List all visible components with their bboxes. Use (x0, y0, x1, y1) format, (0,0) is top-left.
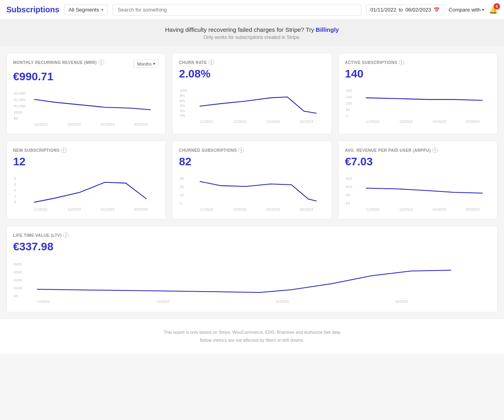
svg-text:02/2023: 02/2023 (134, 207, 147, 211)
svg-text:02/2023: 02/2023 (134, 122, 147, 126)
svg-text:12/2022: 12/2022 (399, 207, 413, 211)
svg-text:12/2022: 12/2022 (67, 207, 81, 211)
svg-text:11/2022: 11/2022 (366, 207, 379, 211)
ltv-label: LIFE TIME VALUE (LTV) i (13, 232, 69, 238)
svg-text:2: 2 (14, 194, 16, 198)
mrr-chart-svg: €2,000 €1,500 €1,000 €500 €0 11/2022 12/… (13, 88, 159, 128)
svg-text:02/2023: 02/2023 (395, 300, 409, 304)
compare-button[interactable]: Compare with ▾ (449, 7, 484, 13)
metrics-row-2: NEW SUBSCRIPTIONS i 12 8 6 4 2 0 11/2022… (6, 141, 498, 219)
mrr-value: €990.71 (13, 70, 159, 83)
arppu-header: AVG. REVENUE PER PAID USER (ARPPU) i (345, 147, 491, 153)
ltv-chart-svg: €400 €300 €200 €100 €0 11/2022 12/2022 0… (13, 258, 491, 306)
svg-text:€2,000: €2,000 (14, 91, 25, 95)
svg-text:12/2022: 12/2022 (67, 122, 81, 126)
arppu-label: AVG. REVENUE PER PAID USER (ARPPU) i (345, 147, 438, 153)
svg-text:200: 200 (346, 88, 352, 93)
svg-text:€1,500: €1,500 (14, 97, 25, 102)
churn-chart: 10% 8% 6% 4% 2% 0% 11/2022 12/2022 01/20… (179, 85, 325, 125)
mrr-card-header: MONTHLY RECURRING REVENUE (MRR) i Months… (13, 60, 159, 68)
active-subs-header: ACTIVE SUBSCRIPTIONS i (345, 60, 491, 65)
svg-text:€400: €400 (14, 262, 22, 266)
churn-info-icon[interactable]: i (209, 60, 214, 65)
svg-text:11/2022: 11/2022 (34, 207, 47, 211)
active-subs-info-icon[interactable]: i (399, 60, 404, 65)
svg-text:12/2022: 12/2022 (157, 300, 170, 304)
ltv-info-icon[interactable]: i (63, 232, 69, 238)
svg-text:€15: €15 (346, 176, 352, 180)
churned-subs-header: CHURNED SUBSCRIPTIONS i (179, 147, 325, 153)
new-subs-label: NEW SUBSCRIPTIONS i (13, 147, 67, 153)
churned-subs-chart: 30 20 10 0 11/2022 12/2022 01/2023 02/20… (179, 173, 325, 213)
segment-dropdown[interactable]: All Segments ▾ (64, 4, 108, 15)
date-range-picker[interactable]: 01/11/2022 to 06/02/2023 📅 (366, 4, 444, 15)
main-content: MONTHLY RECURRING REVENUE (MRR) i Months… (0, 46, 504, 319)
svg-text:10%: 10% (180, 88, 187, 93)
new-subs-chart: 8 6 4 2 0 11/2022 12/2022 01/2023 02/202… (13, 173, 159, 213)
active-subs-label: ACTIVE SUBSCRIPTIONS i (345, 60, 405, 65)
banner-text: Having difficulty recovering failed char… (6, 26, 498, 33)
months-button[interactable]: Months ▾ (134, 60, 159, 68)
churned-subs-info-icon[interactable]: i (238, 147, 244, 153)
svg-text:02/2023: 02/2023 (300, 119, 314, 124)
mrr-info-icon[interactable]: i (99, 60, 104, 65)
ltv-value: €337.98 (13, 240, 491, 253)
svg-text:8%: 8% (180, 93, 185, 98)
billingly-link[interactable]: Billingly (316, 26, 339, 33)
ltv-chart: €400 €300 €200 €100 €0 11/2022 12/2022 0… (13, 258, 491, 306)
date-from: 01/11/2022 (370, 7, 396, 13)
new-subs-info-icon[interactable]: i (61, 147, 67, 153)
chevron-down-icon: ▾ (153, 61, 155, 66)
svg-text:6%: 6% (180, 99, 185, 103)
svg-text:01/2023: 01/2023 (101, 207, 114, 211)
ltv-card: LIFE TIME VALUE (LTV) i €337.98 €400 €30… (6, 226, 498, 312)
churn-card-header: CHURN RATE i (179, 60, 325, 65)
svg-text:8: 8 (14, 176, 16, 180)
active-subs-chart: 200 150 100 50 0 11/2022 12/2022 01/2023… (345, 85, 491, 125)
svg-text:0: 0 (14, 199, 16, 204)
svg-text:50: 50 (346, 107, 350, 112)
churned-subs-value: 82 (179, 155, 325, 168)
date-to: 06/02/2023 (405, 7, 431, 13)
svg-text:2%: 2% (180, 108, 185, 113)
svg-text:02/2023: 02/2023 (466, 119, 479, 124)
svg-text:11/2022: 11/2022 (34, 122, 47, 126)
svg-text:€0: €0 (14, 116, 18, 120)
ltv-header: LIFE TIME VALUE (LTV) i (13, 232, 491, 238)
svg-text:11/2022: 11/2022 (366, 119, 379, 124)
svg-text:11/2022: 11/2022 (200, 119, 213, 124)
svg-text:01/2023: 01/2023 (432, 119, 446, 124)
search-input[interactable] (112, 4, 361, 15)
svg-text:11/2022: 11/2022 (37, 300, 50, 304)
notification-bell[interactable]: 🔔 5 (489, 6, 498, 14)
svg-text:12/2022: 12/2022 (233, 119, 247, 124)
svg-text:30: 30 (180, 176, 184, 180)
metrics-row-1: MONTHLY RECURRING REVENUE (MRR) i Months… (6, 53, 498, 134)
svg-text:01/2023: 01/2023 (267, 119, 280, 124)
svg-text:0%: 0% (180, 113, 185, 118)
arppu-info-icon[interactable]: i (432, 147, 438, 153)
banner-subtitle: Only works for subscriptions created in … (6, 35, 498, 40)
svg-text:12/2022: 12/2022 (399, 119, 413, 124)
arppu-card: AVG. REVENUE PER PAID USER (ARPPU) i €7.… (338, 141, 498, 219)
footer-line1: This report is only based on Stripe, Woo… (10, 329, 494, 337)
new-subs-card: NEW SUBSCRIPTIONS i 12 8 6 4 2 0 11/2022… (6, 141, 166, 219)
mrr-card: MONTHLY RECURRING REVENUE (MRR) i Months… (6, 53, 166, 134)
page-title: Subscriptions (6, 5, 59, 14)
mrr-label: MONTHLY RECURRING REVENUE (MRR) i (13, 60, 104, 65)
new-subs-chart-svg: 8 6 4 2 0 11/2022 12/2022 01/2023 02/202… (13, 173, 159, 213)
svg-text:10: 10 (180, 193, 184, 197)
svg-text:€100: €100 (14, 286, 22, 290)
svg-text:6: 6 (14, 182, 16, 186)
svg-text:11/2022: 11/2022 (200, 207, 213, 211)
svg-text:20: 20 (180, 184, 184, 189)
svg-text:02/2023: 02/2023 (300, 207, 314, 211)
churned-subs-chart-svg: 30 20 10 0 11/2022 12/2022 01/2023 02/20… (179, 173, 325, 213)
churn-label: CHURN RATE i (179, 60, 214, 65)
arppu-chart-svg: €15 €10 €5 €0 11/2022 12/2022 01/2023 02… (345, 173, 491, 213)
svg-text:€5: €5 (346, 193, 350, 197)
svg-text:0: 0 (346, 113, 348, 118)
chevron-down-icon: ▾ (101, 8, 103, 12)
header: Subscriptions All Segments ▾ 01/11/2022 … (0, 0, 504, 20)
churned-subs-label: CHURNED SUBSCRIPTIONS i (179, 147, 244, 153)
